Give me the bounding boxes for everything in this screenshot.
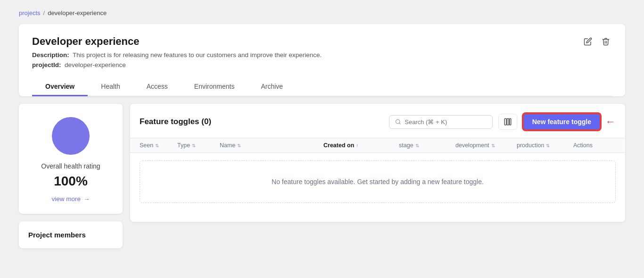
- description-text: This project is for releasing new featur…: [73, 51, 322, 59]
- tab-archive[interactable]: Archive: [248, 78, 296, 96]
- th-development[interactable]: development ⇅: [455, 142, 517, 149]
- th-production-label: production: [517, 142, 544, 149]
- th-type[interactable]: Type ⇅: [177, 142, 220, 149]
- project-description: Description: This project is for releasi…: [32, 51, 612, 59]
- members-card: Project members: [19, 221, 123, 248]
- search-box: [389, 115, 493, 129]
- svg-line-1: [399, 123, 400, 124]
- empty-state: No feature toggles available. Get starte…: [140, 160, 616, 203]
- development-sort-icon: ⇅: [491, 143, 495, 148]
- stage-sort-icon: ⇅: [415, 143, 419, 148]
- created-on-sort-icon: ↑: [356, 143, 358, 148]
- arrow-right-icon: →: [83, 195, 90, 202]
- th-stage[interactable]: stage ⇅: [399, 142, 455, 149]
- th-seen[interactable]: Seen ⇅: [140, 142, 177, 149]
- breadcrumb: projects / developer-experience: [19, 9, 625, 17]
- new-feature-toggle-button[interactable]: New feature toggle: [523, 113, 601, 130]
- tab-overview[interactable]: Overview: [32, 78, 88, 96]
- name-sort-icon: ⇅: [237, 143, 241, 148]
- pencil-icon: [584, 37, 592, 46]
- th-production[interactable]: production ⇅: [517, 142, 573, 149]
- tab-access[interactable]: Access: [133, 78, 181, 96]
- description-label: Description:: [32, 51, 69, 59]
- production-sort-icon: ⇅: [546, 143, 550, 148]
- project-header: Developer experience: [19, 24, 625, 96]
- th-actions: Actions: [573, 142, 616, 149]
- health-card: Overall health rating 100% view more →: [19, 104, 123, 214]
- view-more-link[interactable]: view more →: [51, 195, 90, 202]
- toggles-header-right: New feature toggle ←: [389, 113, 616, 130]
- svg-rect-2: [504, 118, 506, 125]
- new-toggle-wrapper: New feature toggle ←: [523, 113, 616, 130]
- breadcrumb-projects-link[interactable]: projects: [19, 9, 41, 17]
- th-name[interactable]: Name ⇅: [220, 142, 323, 149]
- edit-button[interactable]: [582, 35, 594, 48]
- th-created-on-label: Created on: [323, 142, 354, 149]
- th-name-label: Name: [220, 142, 235, 149]
- arrow-indicator-icon: ←: [605, 116, 616, 128]
- th-created-on[interactable]: Created on ↑: [323, 142, 399, 149]
- svg-rect-4: [510, 118, 511, 125]
- health-circle: [52, 117, 90, 155]
- seen-sort-icon: ⇅: [155, 143, 159, 148]
- toggles-header: Feature toggles (0): [130, 104, 625, 138]
- columns-toggle-button[interactable]: [498, 114, 517, 130]
- content-row: Overall health rating 100% view more → P…: [19, 104, 625, 248]
- search-input[interactable]: [405, 118, 486, 126]
- th-stage-label: stage: [399, 142, 413, 149]
- tabs: Overview Health Access Environments Arch…: [32, 78, 612, 96]
- th-development-label: development: [455, 142, 489, 149]
- table-header: Seen ⇅ Type ⇅ Name ⇅ Created on ↑ stage: [130, 138, 625, 153]
- project-card: Developer experience: [19, 24, 625, 96]
- project-actions: [582, 35, 612, 48]
- type-sort-icon: ⇅: [192, 143, 196, 148]
- toggles-card: Feature toggles (0): [130, 104, 625, 222]
- breadcrumb-separator: /: [43, 9, 45, 17]
- toggles-title: Feature toggles (0): [140, 117, 211, 126]
- th-actions-label: Actions: [573, 142, 593, 149]
- delete-button[interactable]: [600, 35, 612, 48]
- project-id-row: projectId: developer-experience: [32, 61, 612, 68]
- view-more-text: view more: [51, 195, 81, 202]
- members-title: Project members: [28, 231, 113, 239]
- project-title: Developer experience: [32, 35, 139, 48]
- project-id-label: projectId:: [32, 61, 61, 68]
- search-icon: [395, 118, 401, 125]
- health-label: Overall health rating: [41, 162, 100, 170]
- breadcrumb-current: developer-experience: [48, 9, 107, 17]
- columns-icon: [504, 118, 512, 126]
- tab-health[interactable]: Health: [88, 78, 133, 96]
- svg-rect-3: [507, 118, 509, 125]
- th-seen-label: Seen: [140, 142, 153, 149]
- trash-icon: [602, 37, 610, 46]
- th-type-label: Type: [177, 142, 190, 149]
- project-id-value: developer-experience: [65, 61, 126, 68]
- health-percent: 100%: [54, 174, 88, 189]
- tab-environments[interactable]: Environments: [181, 78, 248, 96]
- empty-message: No feature toggles available. Get starte…: [272, 178, 484, 185]
- project-title-row: Developer experience: [32, 35, 612, 48]
